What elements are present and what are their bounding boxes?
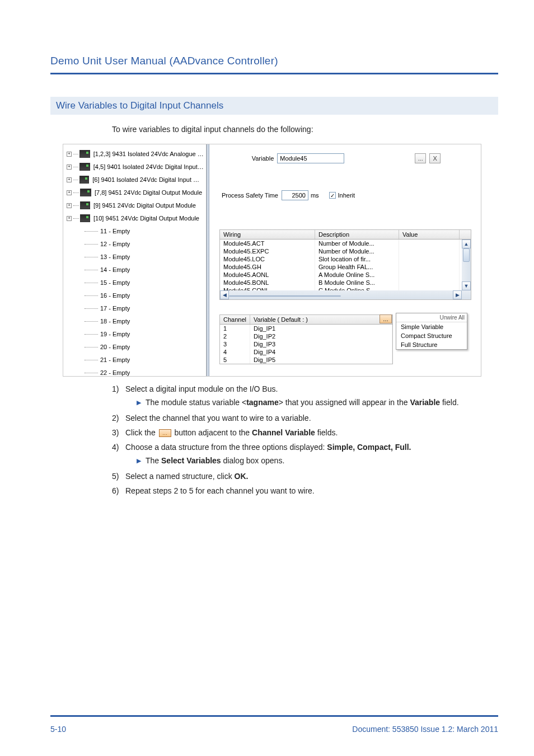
- pst-unit: ms: [311, 192, 319, 199]
- tree-empty-slot[interactable]: 18 - Empty: [65, 315, 204, 327]
- tree-empty-slot[interactable]: 16 - Empty: [65, 289, 204, 302]
- wiring-col-description[interactable]: Description: [315, 230, 399, 239]
- module-icon: [79, 176, 89, 184]
- wiring-row[interactable]: Module45.ACTNumber of Module...: [220, 240, 471, 247]
- wiring-row[interactable]: Module45.AONLA Module Online S...: [220, 271, 471, 279]
- ellipsis-button-icon: …: [159, 429, 171, 437]
- tree-module-item[interactable]: +[9] 9451 24Vdc Digital Output Module: [65, 199, 204, 212]
- scroll-up-icon[interactable]: ▲: [462, 240, 471, 248]
- tree-empty-slot[interactable]: 15 - Empty: [65, 276, 204, 289]
- io-bus-tree[interactable]: +[1,2,3] 9431 Isolated 24Vdc Analogue In…: [63, 144, 207, 376]
- popup-item-compact[interactable]: Compact Structure: [396, 331, 467, 340]
- tree-empty-slot[interactable]: 17 - Empty: [65, 302, 204, 314]
- channel-browse-button[interactable]: …: [380, 314, 392, 323]
- tree-empty-slot[interactable]: 12 - Empty: [65, 238, 204, 250]
- channel-col-channel[interactable]: Channel: [220, 315, 250, 324]
- wiring-cell-value: [399, 255, 460, 263]
- expand-icon[interactable]: +: [67, 165, 72, 170]
- hscroll-thumb[interactable]: [229, 295, 341, 297]
- expand-icon[interactable]: +: [67, 177, 72, 182]
- wiring-col-wiring[interactable]: Wiring: [220, 230, 315, 239]
- step-5: 5) Select a named structure, click OK.: [112, 472, 498, 481]
- wiring-grid[interactable]: Wiring Description Value Module45.ACTNum…: [219, 229, 471, 300]
- wiring-row[interactable]: Module45.EXPCNumber of Module...: [220, 247, 471, 255]
- wiring-row[interactable]: Module45.LOCSlot location of fir...: [220, 255, 471, 263]
- wiring-vscrollbar[interactable]: ▲ ▼: [462, 240, 471, 290]
- channel-variable: Dig_IP5: [250, 356, 392, 364]
- channel-grid[interactable]: Channel Variable ( Default : ) 1Dig_IP12…: [219, 314, 393, 364]
- wiring-cell-name: Module45.BONL: [220, 279, 315, 287]
- channel-col-variable[interactable]: Variable ( Default : ): [250, 315, 392, 324]
- expand-icon[interactable]: +: [67, 190, 72, 195]
- bullet-icon: ▶: [137, 399, 141, 407]
- channel-row[interactable]: 1Dig_IP1: [220, 325, 392, 332]
- channel-row[interactable]: 4Dig_IP4: [220, 348, 392, 356]
- page-number: 5-10: [50, 725, 66, 734]
- wiring-row[interactable]: Module45.BONLB Module Online S...: [220, 279, 471, 287]
- channel-variable: Dig_IP1: [250, 325, 392, 332]
- unwire-all-label[interactable]: Unwire All: [440, 314, 465, 321]
- scroll-left-icon[interactable]: ◀: [220, 290, 229, 299]
- variable-field[interactable]: Module45: [277, 153, 344, 163]
- wiring-cell-desc: A Module Online S...: [315, 271, 399, 279]
- wiring-cell-name: Module45.AONL: [220, 271, 315, 279]
- tree-empty-slot[interactable]: 20 - Empty: [65, 341, 204, 353]
- wiring-cell-value: [399, 263, 460, 271]
- wiring-row[interactable]: Module45.CONLC Module Online S...: [220, 287, 471, 290]
- channel-number: 3: [220, 340, 250, 348]
- channel-variable: Dig_IP4: [250, 348, 392, 356]
- popup-item-simple[interactable]: Simple Variable: [396, 322, 467, 331]
- bullet-icon: ▶: [137, 457, 141, 465]
- wiring-cell-desc: Slot location of fir...: [315, 255, 399, 263]
- tree-empty-slot[interactable]: 21 - Empty: [65, 354, 204, 366]
- tree-empty-slot[interactable]: 14 - Empty: [65, 264, 204, 276]
- expand-icon[interactable]: +: [67, 152, 72, 157]
- tree-module-item[interactable]: +[10] 9451 24Vdc Digital Output Module: [65, 212, 204, 224]
- variable-browse-button[interactable]: ...: [415, 153, 426, 163]
- module-icon: [79, 163, 90, 171]
- wiring-cell-name: Module45.LOC: [220, 255, 315, 263]
- module-icon: [80, 201, 90, 209]
- expand-icon[interactable]: +: [67, 203, 72, 208]
- channel-row[interactable]: 3Dig_IP3: [220, 340, 392, 348]
- tree-empty-slot[interactable]: 22 - Empty: [65, 367, 204, 376]
- page-footer: 5-10 Document: 553850 Issue 1.2: March 2…: [50, 725, 498, 734]
- wiring-cell-desc: Number of Module...: [315, 240, 399, 247]
- tree-empty-slot[interactable]: 19 - Empty: [65, 328, 204, 340]
- wiring-cell-name: Module45.EXPC: [220, 247, 315, 255]
- structure-popup: … Unwire All Simple Variable Compact Str…: [396, 313, 467, 350]
- wiring-cell-desc: Number of Module...: [315, 247, 399, 255]
- scroll-right-icon[interactable]: ▶: [453, 290, 462, 299]
- pst-field[interactable]: 2500: [282, 190, 308, 200]
- expand-icon[interactable]: +: [67, 216, 72, 221]
- tree-empty-slot[interactable]: 13 - Empty: [65, 251, 204, 263]
- wiring-hscrollbar[interactable]: ◀ ▶: [220, 290, 471, 299]
- wiring-col-value[interactable]: Value: [399, 230, 460, 239]
- channel-number: 4: [220, 348, 250, 356]
- wiring-cell-value: [399, 279, 460, 287]
- tree-module-item[interactable]: +[6] 9401 Isolated 24Vdc Digital Input M…: [65, 173, 204, 186]
- inherit-checkbox[interactable]: ✓: [329, 192, 336, 199]
- tree-module-item[interactable]: +[7,8] 9451 24Vdc Digital Output Module: [65, 186, 204, 199]
- channel-row[interactable]: 2Dig_IP2: [220, 332, 392, 340]
- tree-module-label: [10] 9451 24Vdc Digital Output Module: [93, 215, 199, 222]
- wiring-cell-desc: C Module Online S...: [315, 287, 399, 290]
- scroll-down-icon[interactable]: ▼: [462, 281, 471, 290]
- wiring-cell-value: [399, 240, 460, 247]
- popup-item-full[interactable]: Full Structure: [396, 340, 467, 349]
- wiring-cell-value: [399, 287, 460, 290]
- wiring-row[interactable]: Module45.GHGroup Health FAL...: [220, 263, 471, 271]
- tree-module-item[interactable]: +[1,2,3] 9431 Isolated 24Vdc Analogue In…: [65, 148, 204, 160]
- module-icon: [80, 189, 91, 196]
- step-1: 1) Select a digital input module on the …: [112, 384, 498, 408]
- tree-module-item[interactable]: +[4,5] 9401 Isolated 24Vdc Digital Input…: [65, 161, 204, 173]
- variable-label: Variable: [252, 155, 274, 162]
- tree-empty-slot[interactable]: 11 - Empty: [65, 225, 204, 237]
- tree-module-label: [4,5] 9401 Isolated 24Vdc Digital Input …: [93, 163, 204, 170]
- section-heading: Wire Variables to Digital Input Channels: [50, 97, 498, 115]
- scroll-thumb[interactable]: [463, 248, 470, 262]
- channel-number: 5: [220, 356, 250, 364]
- variable-clear-button[interactable]: X: [429, 153, 441, 163]
- channel-row[interactable]: 5Dig_IP5: [220, 356, 392, 364]
- tree-module-label: [9] 9451 24Vdc Digital Output Module: [93, 202, 196, 209]
